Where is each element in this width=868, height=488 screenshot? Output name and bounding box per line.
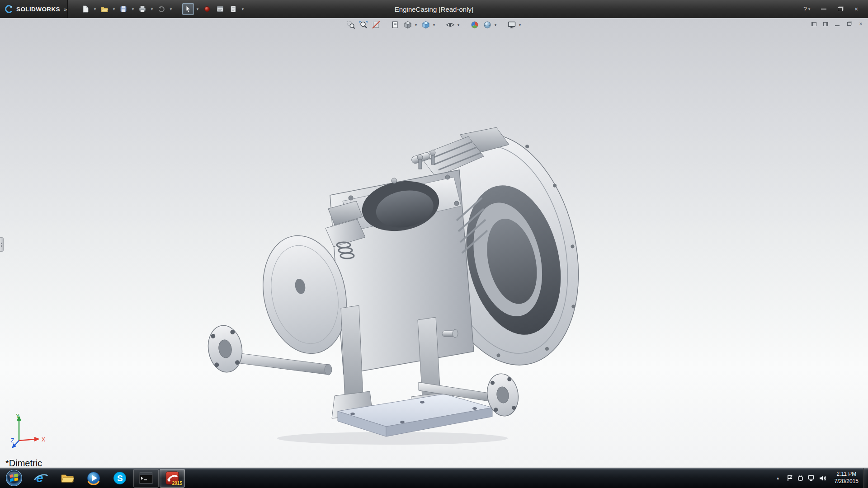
view-settings-dropdown[interactable]: ▾: [519, 23, 523, 27]
save-button[interactable]: [118, 3, 129, 15]
solidworks-logo: SOLIDWORKS »: [0, 0, 68, 18]
save-dropdown[interactable]: ▾: [131, 7, 135, 11]
tray-clock[interactable]: 2:11 PM 7/28/2015: [830, 471, 863, 485]
options-icon: [216, 5, 224, 13]
show-taskpane-button[interactable]: [822, 20, 829, 28]
help-button[interactable]: ?▾: [803, 5, 812, 14]
hide-show-dropdown[interactable]: ▾: [458, 23, 461, 27]
view-settings-button[interactable]: [506, 19, 517, 30]
window-controls: ?▾ ×: [803, 5, 868, 14]
featuremanager-splitter-handle[interactable]: [0, 237, 4, 252]
show-featuremanager-button[interactable]: [810, 20, 817, 28]
heads-up-toolbar: ▾ ▾ ▾: [345, 19, 523, 30]
zoom-to-fit-button[interactable]: [358, 19, 369, 30]
titlebar: SOLIDWORKS » ▾ ▾: [0, 0, 868, 18]
view-orientation-icon: [391, 20, 400, 29]
view-orientation-label: *Dimetric: [5, 458, 42, 468]
tray-icons: [783, 475, 830, 482]
start-button[interactable]: [0, 468, 28, 488]
ds-logo-icon: [5, 5, 14, 14]
engine-casing-render: [207, 127, 580, 448]
view-cube-icon: [403, 20, 412, 29]
axis-y-label: Y: [16, 413, 19, 419]
power-icon[interactable]: [797, 475, 804, 482]
doc-restore-button[interactable]: [845, 20, 853, 28]
graphics-viewport[interactable]: ▾ ▾ ▾: [0, 18, 868, 468]
view-orientation-button[interactable]: [390, 19, 401, 30]
rebuild-icon: [203, 5, 211, 13]
media-player-icon: [86, 470, 101, 486]
show-desktop-button[interactable]: [863, 468, 868, 488]
show-hidden-icons-button[interactable]: ▲: [773, 468, 783, 488]
solidworks-version-badge: 2015: [172, 481, 182, 486]
undo-button[interactable]: [156, 3, 167, 15]
apply-scene-button[interactable]: [482, 19, 493, 30]
doc-minimize-button[interactable]: [834, 20, 841, 28]
close-button[interactable]: ×: [852, 5, 861, 14]
apply-scene-dropdown[interactable]: ▾: [495, 23, 498, 27]
network-icon[interactable]: [808, 475, 815, 481]
folder-icon: [60, 470, 75, 486]
skype-icon: S: [112, 470, 127, 486]
undo-icon: [157, 5, 165, 13]
axis-x-label: X: [42, 436, 45, 443]
engine-casing-model[interactable]: [207, 127, 580, 448]
section-view-button[interactable]: [371, 19, 382, 30]
taskbar-skype[interactable]: S: [107, 469, 132, 488]
select-arrow-icon: [184, 5, 192, 13]
display-style-button[interactable]: [420, 19, 431, 30]
minimize-button[interactable]: [819, 5, 828, 14]
doc-close-button[interactable]: ×: [857, 20, 864, 28]
edit-appearance-icon: [470, 20, 479, 29]
windows-start-icon: [5, 469, 23, 487]
brand-text: SOLIDWORKS: [16, 6, 60, 13]
view-cube-button[interactable]: [402, 19, 413, 30]
titlebar-toolbar: ▾ ▾ ▾ ▾: [68, 3, 245, 15]
command-prompt-icon: [139, 472, 153, 484]
volume-icon[interactable]: [819, 475, 826, 482]
view-settings-icon: [507, 20, 516, 29]
new-document-icon: [81, 5, 90, 13]
print-dropdown[interactable]: ▾: [150, 7, 154, 11]
section-view-icon: [372, 20, 381, 29]
taskbar-windows-explorer[interactable]: [55, 469, 80, 488]
rebuild-button[interactable]: [201, 3, 213, 15]
taskbar-command-prompt[interactable]: [133, 469, 159, 488]
menu-expand-chevron[interactable]: »: [64, 6, 67, 13]
select-tool-dropdown[interactable]: ▾: [195, 7, 200, 11]
taskbar-apps: e S: [28, 468, 185, 488]
zoom-to-fit-icon: [359, 20, 368, 29]
open-button[interactable]: [99, 3, 110, 15]
zoom-window-button[interactable]: [345, 19, 356, 30]
clock-date: 7/28/2015: [835, 478, 859, 485]
taskbar: e S: [0, 468, 868, 488]
taskbar-media-player[interactable]: [81, 469, 106, 488]
action-center-flag-icon[interactable]: [787, 475, 793, 482]
clock-time: 2:11 PM: [835, 471, 859, 478]
taskbar-solidworks[interactable]: 2015: [160, 469, 185, 488]
print-button[interactable]: [137, 3, 148, 15]
save-icon: [119, 5, 127, 13]
system-tray: ▲: [773, 468, 868, 488]
new-document-dropdown[interactable]: ▾: [93, 7, 97, 11]
options-button[interactable]: [214, 3, 226, 15]
restore-button[interactable]: [835, 5, 844, 14]
hide-show-items-button[interactable]: [445, 19, 456, 30]
view-cube-dropdown[interactable]: ▾: [415, 23, 419, 27]
internet-explorer-icon: e: [33, 470, 49, 486]
taskbar-internet-explorer[interactable]: e: [28, 469, 54, 488]
svg-text:S: S: [117, 474, 123, 483]
file-properties-button[interactable]: [227, 3, 239, 15]
solidworks-window: SOLIDWORKS » ▾ ▾: [0, 0, 868, 488]
undo-dropdown[interactable]: ▾: [169, 7, 173, 11]
file-properties-dropdown[interactable]: ▾: [241, 7, 245, 11]
edit-appearance-button[interactable]: [469, 19, 480, 30]
select-tool-button[interactable]: [182, 3, 194, 15]
reference-triad[interactable]: Y X Z: [11, 412, 47, 451]
display-style-dropdown[interactable]: ▾: [433, 23, 437, 27]
file-properties-icon: [229, 5, 237, 13]
hide-show-items-icon: [446, 20, 455, 29]
new-document-button[interactable]: [80, 3, 91, 15]
document-title: EngineCasing [Read-only]: [395, 5, 473, 13]
open-dropdown[interactable]: ▾: [112, 7, 116, 11]
